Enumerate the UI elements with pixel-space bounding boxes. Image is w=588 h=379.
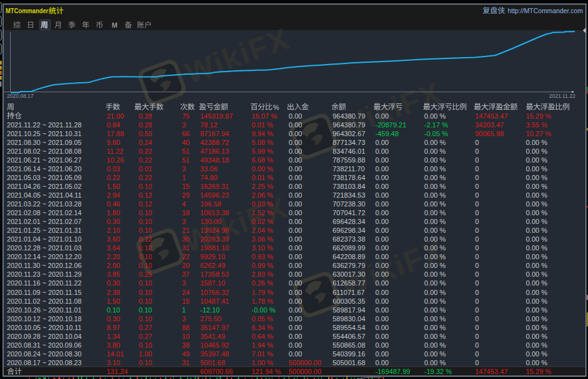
svg-text:0.00: 0.00 — [289, 253, 302, 260]
svg-text:0.00 %: 0.00 % — [526, 289, 547, 296]
svg-text:8.97: 8.97 — [107, 324, 120, 331]
svg-text:42388.72: 42388.72 — [200, 139, 229, 146]
svg-text:0.00 %: 0.00 % — [526, 165, 547, 173]
svg-text:10: 10 — [182, 333, 190, 340]
svg-text:0.00: 0.00 — [375, 341, 388, 349]
svg-text:964380.79: 964380.79 — [333, 121, 365, 129]
svg-text:0.00: 0.00 — [375, 315, 388, 323]
svg-text:0.00 %: 0.00 % — [424, 191, 446, 199]
svg-text:51: 51 — [182, 147, 190, 155]
svg-text:16269.31: 16269.31 — [200, 183, 229, 190]
svg-text:2020.08.17: 2020.08.17 — [7, 93, 34, 99]
svg-text:3.64: 3.64 — [107, 244, 120, 252]
svg-text:3: 3 — [182, 279, 186, 287]
svg-text:2020.12.14 ~ 2020.12.20: 2020.12.14 ~ 2020.12.20 — [7, 253, 82, 260]
svg-text:20283.39: 20283.39 — [200, 235, 229, 243]
svg-text:0: 0 — [475, 324, 479, 331]
svg-text:0.84: 0.84 — [107, 121, 120, 129]
svg-text:0.00: 0.00 — [289, 297, 302, 305]
svg-text:2021.06.14 ~ 2021.06.20: 2021.06.14 ~ 2021.06.20 — [7, 165, 82, 173]
svg-text:696428.34: 696428.34 — [333, 218, 365, 225]
svg-text:0.10: 0.10 — [139, 227, 152, 234]
svg-text:13924.96: 13924.96 — [200, 227, 229, 234]
svg-text:6262.49: 6262.49 — [200, 262, 225, 269]
svg-text:3: 3 — [182, 218, 186, 225]
svg-text:0.00 %: 0.00 % — [424, 289, 446, 296]
svg-text:87167.94: 87167.94 — [200, 130, 229, 137]
svg-text:0.00: 0.00 — [375, 289, 388, 296]
svg-text:0.30: 0.30 — [107, 315, 120, 323]
svg-text:0.00: 0.00 — [289, 165, 302, 173]
svg-text:0: 0 — [475, 341, 479, 349]
svg-text:0: 0 — [475, 262, 479, 269]
svg-text:0.00: 0.00 — [375, 244, 388, 252]
svg-text:2020.11.02 ~ 2020.11.08: 2020.11.02 ~ 2020.11.08 — [7, 297, 82, 305]
svg-text:0.00 %: 0.00 % — [526, 235, 547, 243]
svg-text:707238.30: 707238.30 — [333, 200, 365, 208]
svg-text:505001.68: 505001.68 — [333, 359, 365, 366]
svg-text:17358.53: 17358.53 — [200, 270, 229, 278]
svg-text:0: 0 — [475, 244, 479, 252]
svg-text:0: 0 — [475, 235, 479, 243]
svg-text:66: 66 — [182, 130, 190, 137]
svg-text:2020.11.09 ~ 2020.11.15: 2020.11.09 ~ 2020.11.15 — [7, 289, 82, 296]
svg-text:-169487.99: -169487.99 — [375, 368, 410, 375]
svg-text:0: 0 — [475, 174, 479, 181]
svg-text:29: 29 — [182, 191, 190, 199]
svg-text:0.00: 0.00 — [289, 244, 302, 252]
svg-text:33.06: 33.06 — [200, 165, 218, 173]
svg-text:2.94: 2.94 — [107, 191, 120, 199]
svg-text:9.94 %: 9.94 % — [252, 130, 273, 137]
svg-text:3.60: 3.60 — [107, 235, 120, 243]
svg-text:0.00: 0.00 — [289, 333, 302, 340]
svg-text:0.00 %: 0.00 % — [424, 183, 446, 190]
svg-text:0.00: 0.00 — [289, 227, 302, 234]
svg-text:0.22: 0.22 — [107, 174, 120, 181]
svg-text:0: 0 — [475, 200, 479, 208]
svg-text:0.00 %: 0.00 % — [424, 253, 446, 260]
svg-text:75: 75 — [182, 112, 190, 120]
svg-text:2020.12.28 ~ 2021.01.03: 2020.12.28 ~ 2021.01.03 — [7, 244, 82, 252]
svg-text:20: 20 — [182, 262, 190, 269]
svg-text:0.00: 0.00 — [289, 191, 302, 199]
svg-text:0.00 %: 0.00 % — [526, 324, 547, 331]
svg-text:0: 0 — [475, 350, 479, 358]
svg-text:1.78 %: 1.78 % — [252, 297, 273, 305]
svg-text:2020.11.30 ~ 2020.12.06: 2020.11.30 ~ 2020.12.06 — [7, 262, 82, 269]
svg-text:51: 51 — [182, 156, 190, 164]
svg-text:1.52 %: 1.52 % — [252, 209, 273, 216]
svg-text:2.04 %: 2.04 % — [252, 227, 273, 234]
svg-text:0.27: 0.27 — [139, 333, 152, 340]
svg-text:707041.72: 707041.72 — [333, 209, 365, 216]
svg-text:2021.08.02 ~ 2021.08.08: 2021.08.02 ~ 2021.08.08 — [7, 147, 82, 155]
svg-text:7.01 %: 7.01 % — [252, 350, 273, 358]
svg-text:964302.67: 964302.67 — [333, 130, 365, 137]
svg-text:196.58: 196.58 — [200, 200, 222, 208]
svg-text:-12.10: -12.10 — [200, 306, 220, 314]
svg-text:6.68 %: 6.68 % — [252, 156, 273, 164]
svg-text:1587.10: 1587.10 — [200, 279, 225, 287]
svg-text:877134.73: 877134.73 — [333, 139, 365, 146]
svg-text:0.00 %: 0.00 % — [526, 315, 547, 323]
svg-text:612658.77: 612658.77 — [333, 279, 365, 287]
svg-text:0: 0 — [475, 253, 479, 260]
svg-text:682373.38: 682373.38 — [333, 235, 365, 243]
svg-text:78.12: 78.12 — [200, 121, 218, 129]
svg-text:0.00 %: 0.00 % — [424, 209, 446, 216]
svg-text:0.00 %: 0.00 % — [424, 262, 446, 269]
svg-text:35147.97: 35147.97 — [200, 324, 229, 331]
svg-text:0.00: 0.00 — [289, 341, 302, 349]
svg-text:14596.23: 14596.23 — [200, 191, 229, 199]
svg-text:600305.35: 600305.35 — [333, 297, 365, 305]
svg-text:0.00: 0.00 — [289, 350, 302, 358]
svg-text:0.00: 0.00 — [289, 139, 302, 146]
svg-text:-0.05 %: -0.05 % — [424, 130, 448, 137]
svg-text:31: 31 — [182, 359, 190, 366]
svg-text:0.28: 0.28 — [139, 121, 152, 129]
svg-text:2020.10.05 ~ 2020.10.11: 2020.10.05 ~ 2020.10.11 — [7, 324, 82, 331]
svg-text:0.10: 0.10 — [139, 279, 152, 287]
svg-text:0.24: 0.24 — [139, 139, 152, 146]
svg-text:550865.08: 550865.08 — [333, 341, 365, 349]
svg-text:0.00 %: 0.00 % — [526, 270, 547, 278]
svg-text:0.12: 0.12 — [139, 200, 152, 208]
